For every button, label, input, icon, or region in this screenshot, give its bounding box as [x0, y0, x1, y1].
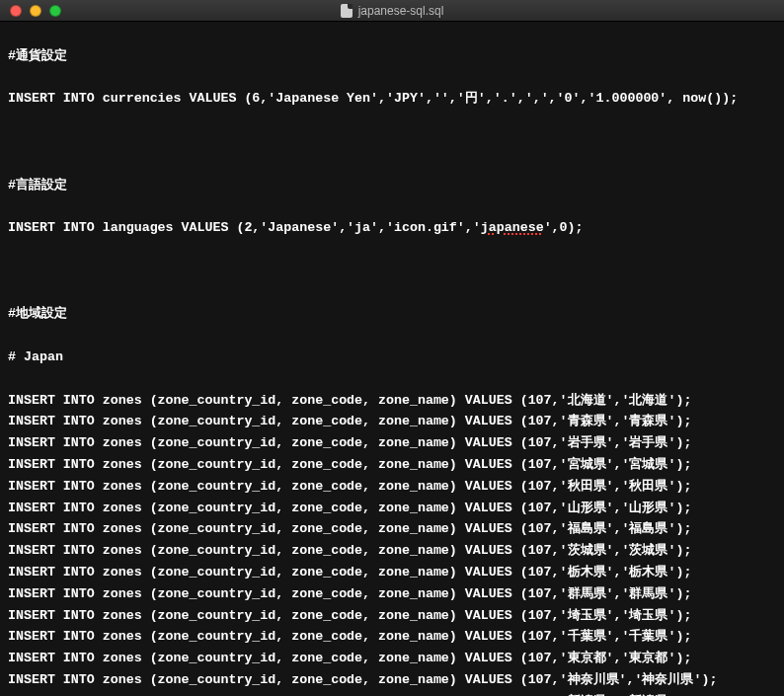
- code-line: INSERT INTO currencies VALUES (6,'Japane…: [8, 88, 776, 110]
- code-line: INSERT INTO zones (zone_country_id, zone…: [8, 605, 776, 627]
- code-line: #言語設定: [8, 175, 776, 196]
- code-line: INSERT INTO zones (zone_country_id, zone…: [8, 691, 776, 696]
- code-line: INSERT INTO zones (zone_country_id, zone…: [8, 669, 776, 691]
- code-editor[interactable]: #通貨設定 INSERT INTO currencies VALUES (6,'…: [0, 22, 784, 696]
- window-title: japanese-sql.sql: [358, 4, 444, 18]
- code-line: [8, 131, 776, 153]
- code-line: INSERT INTO zones (zone_country_id, zone…: [8, 626, 776, 648]
- code-line: INSERT INTO zones (zone_country_id, zone…: [8, 390, 776, 412]
- spellcheck-underline: japanese: [481, 220, 544, 235]
- code-line: INSERT INTO zones (zone_country_id, zone…: [8, 476, 776, 498]
- code-line: INSERT INTO zones (zone_country_id, zone…: [8, 411, 776, 432]
- code-line: INSERT INTO zones (zone_country_id, zone…: [8, 562, 776, 583]
- close-window-button[interactable]: [10, 5, 22, 17]
- minimize-window-button[interactable]: [30, 5, 41, 17]
- traffic-lights: [0, 5, 61, 17]
- zoom-window-button[interactable]: [49, 5, 61, 17]
- file-icon: [341, 4, 353, 18]
- code-line: INSERT INTO zones (zone_country_id, zone…: [8, 432, 776, 454]
- code-line: INSERT INTO zones (zone_country_id, zone…: [8, 498, 776, 519]
- code-line: INSERT INTO zones (zone_country_id, zone…: [8, 454, 776, 476]
- code-line: # Japan: [8, 347, 776, 368]
- code-line: INSERT INTO languages VALUES (2,'Japanes…: [8, 217, 776, 239]
- code-line: INSERT INTO zones (zone_country_id, zone…: [8, 540, 776, 562]
- code-line: #通貨設定: [8, 45, 776, 67]
- window-titlebar: japanese-sql.sql: [0, 0, 784, 22]
- code-line: [8, 261, 776, 282]
- code-line: #地域設定: [8, 303, 776, 325]
- code-line: INSERT INTO zones (zone_country_id, zone…: [8, 648, 776, 669]
- code-line: INSERT INTO zones (zone_country_id, zone…: [8, 518, 776, 540]
- code-line: INSERT INTO zones (zone_country_id, zone…: [8, 583, 776, 605]
